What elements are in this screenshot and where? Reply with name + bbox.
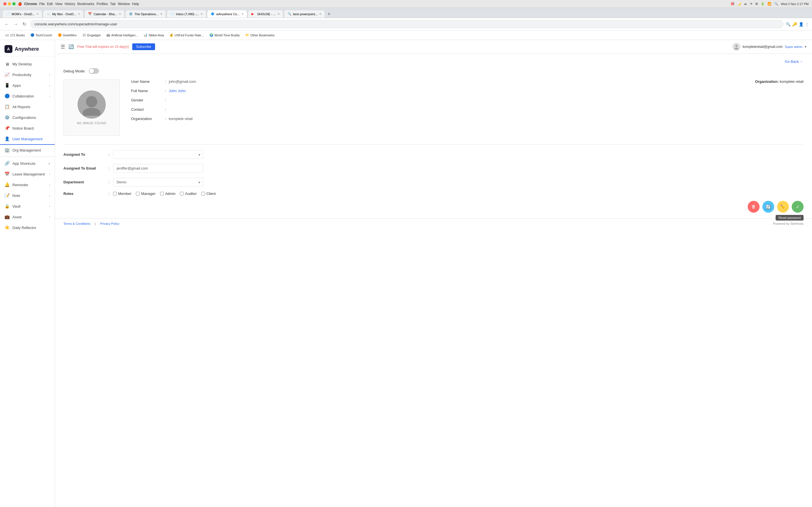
role-manager[interactable]: Manager [136, 191, 155, 196]
sidebar-item-vault[interactable]: 🔒 Vault › [0, 201, 55, 212]
reload-button[interactable]: ↻ [21, 20, 28, 28]
sidebar-item-user-management[interactable]: 👤 User Management [0, 133, 55, 145]
mac-menu-view[interactable]: View [55, 2, 62, 6]
tab-close[interactable]: ✕ [200, 12, 203, 15]
mac-menu-window[interactable]: Window [118, 2, 130, 6]
sidebar-item-apps[interactable]: 📱 Apps › [0, 80, 55, 91]
sidebar-item-all-reports[interactable]: 📋 All Reports [0, 101, 55, 112]
subscribe-button[interactable]: Subscribe [132, 43, 155, 50]
sidebar-item-productivity[interactable]: 📈 Productivity › [0, 69, 55, 80]
member-checkbox[interactable] [113, 192, 117, 195]
mac-dot-maximize[interactable] [12, 2, 15, 5]
tab-powerpoint[interactable]: 🔍 best powerpoint... ✕ [284, 10, 325, 18]
mac-menu-apple[interactable]: 🍎 [18, 2, 22, 6]
role-client[interactable]: Client [201, 191, 216, 196]
department-select[interactable]: Demo Engineering HR Marketing Finance [113, 178, 203, 186]
sidebar-item-collaboration[interactable]: 🔵 Collaboration › [0, 91, 55, 101]
mac-search-icon[interactable]: 🔍 [774, 2, 778, 6]
sidebar-item-org-management[interactable]: 🏢 Org Management [0, 145, 55, 156]
bookmark-usfed[interactable]: 💰 USFed Funds Rate... [167, 32, 206, 38]
sync-button[interactable]: 🔄 [762, 201, 774, 213]
tab-close[interactable]: ✕ [78, 12, 80, 15]
extensions-icon[interactable]: 🔍 [786, 22, 791, 26]
tab-myfiles[interactable]: ☁️ My files - OneD... ✕ [43, 10, 84, 18]
confirm-button[interactable]: ✓ [792, 201, 804, 213]
manager-checkbox[interactable] [136, 192, 140, 195]
mac-menu-edit[interactable]: Edit [47, 2, 53, 6]
tab-close[interactable]: ✕ [119, 12, 121, 15]
client-checkbox[interactable] [201, 192, 205, 195]
sidebar-item-app-shortcuts[interactable]: 🔗 App Shortcuts ∨ [0, 158, 55, 169]
address-bar-icons: 🔍 🔑 👤 ⋮ [786, 22, 809, 26]
mac-dot-close[interactable] [3, 2, 6, 5]
tab-close[interactable]: ✕ [241, 12, 244, 15]
mac-menu-tab[interactable]: Tab [110, 2, 116, 6]
edit-button[interactable]: ✏️ [777, 201, 789, 213]
debug-toggle[interactable] [89, 68, 99, 74]
profile-icon[interactable]: 👤 [799, 22, 804, 26]
terms-link[interactable]: Terms & Conditions [63, 222, 90, 225]
bookmark-techcrunch[interactable]: 🔵 TechCrunch [28, 32, 54, 38]
bookmark-worldtime[interactable]: 🌍 World Time Buddy [207, 32, 242, 38]
tab-operations[interactable]: ⚙️ The Operations... ✕ [125, 10, 166, 18]
assigned-to-label: Assigned To [63, 152, 109, 157]
sidebar-item-notice-board[interactable]: 📌 Notice Board [0, 123, 55, 133]
bookmark-nikkei[interactable]: 📊 Nikkei Asia [141, 32, 166, 38]
mac-menu-history[interactable]: History [64, 2, 75, 6]
go-back-section: Go Back ← [63, 59, 804, 64]
mac-menu-help[interactable]: Help [132, 2, 139, 6]
bookmark-favicon: 📖 [5, 33, 9, 37]
role-admin[interactable]: Admin [160, 191, 175, 196]
mac-menu-profiles[interactable]: Profiles [97, 2, 108, 6]
auditor-checkbox[interactable] [180, 192, 184, 195]
bookmark-geekwire[interactable]: 🟠 GeekWire [56, 32, 79, 38]
hamburger-icon[interactable]: ☰ [61, 44, 65, 50]
mac-dot-minimize[interactable] [8, 2, 11, 5]
tab-calendar[interactable]: 📅 Calendar - Bha... ✕ [84, 10, 124, 18]
tab-inbox[interactable]: ✉️ Inbox (7,490) -... ✕ [167, 10, 206, 18]
user-dropdown-icon[interactable]: ▾ [805, 45, 806, 49]
new-tab-button[interactable]: + [326, 11, 332, 17]
tab-shouse[interactable]: ▶ SHOUSE - ... ✕ [248, 10, 283, 18]
back-button[interactable]: ← [3, 20, 11, 28]
sidebar-item-note[interactable]: 📝 Note › [0, 190, 55, 201]
sidebar-item-configurations[interactable]: ⚙️ Configurations [0, 112, 55, 123]
assigned-to-row: Assigned To : ▾ [63, 150, 804, 159]
assigned-to-select[interactable] [113, 150, 203, 159]
tab-close[interactable]: ✕ [277, 12, 280, 15]
tab-close[interactable]: ✕ [319, 12, 321, 15]
sidebar-item-daily-reflector[interactable]: ☀️ Daily Reflector [0, 222, 55, 233]
page-content: Go Back ← Debug Mode: [55, 54, 812, 218]
tab-moms[interactable]: 📄 MOM's - OneD... ✕ [2, 10, 42, 18]
bookmark-171books[interactable]: 📖 171 Books [3, 32, 27, 38]
sidebar-nav: 🖥 My Desktop 📈 Productivity › 📱 Apps › 🔵… [0, 57, 55, 235]
mac-menu-file[interactable]: File [39, 2, 45, 6]
sidebar-logo[interactable]: A Anywhere [0, 40, 55, 57]
bookmark-ai[interactable]: 🤖 Artificial Intelligen... [104, 32, 140, 38]
assigned-email-input[interactable] [113, 164, 203, 173]
privacy-link[interactable]: Privacy Policy [100, 222, 119, 225]
sidebar-item-asset[interactable]: 💼 Asset › [0, 212, 55, 222]
tab-favicon: ☁️ [47, 12, 50, 16]
sidebar-label: Productivity [12, 73, 47, 77]
menu-icon[interactable]: ⋮ [805, 22, 809, 26]
bookmark-engadget[interactable]: 📰 Engadget [80, 32, 103, 38]
go-back-link[interactable]: Go Back ← [785, 59, 804, 64]
mac-menu-chrome[interactable]: Chrome [24, 2, 37, 6]
forward-button[interactable]: → [12, 20, 20, 28]
admin-checkbox[interactable] [160, 192, 164, 195]
role-auditor[interactable]: Auditor [180, 191, 197, 196]
bookmark-icon[interactable]: 🔑 [792, 22, 797, 26]
tab-close[interactable]: ✕ [160, 12, 162, 15]
sidebar-item-leave-management[interactable]: 📅 Leave Management › [0, 169, 55, 179]
role-member[interactable]: Member [113, 191, 132, 196]
refresh-icon[interactable]: 🔄 [68, 44, 74, 49]
sidebar-item-my-desktop[interactable]: 🖥 My Desktop [0, 59, 55, 69]
mac-menu-bookmarks[interactable]: Bookmarks [78, 2, 94, 6]
sidebar-item-reminder[interactable]: 🔔 Reminder › [0, 179, 55, 190]
bookmark-other[interactable]: 📁 Other Bookmarks [243, 32, 277, 38]
delete-button[interactable]: 🗑 [748, 201, 760, 213]
url-input[interactable] [30, 20, 783, 28]
tab-close[interactable]: ✕ [36, 12, 39, 15]
tab-wanywhere[interactable]: 🔷 wAnywhere Co... ✕ [207, 10, 247, 18]
